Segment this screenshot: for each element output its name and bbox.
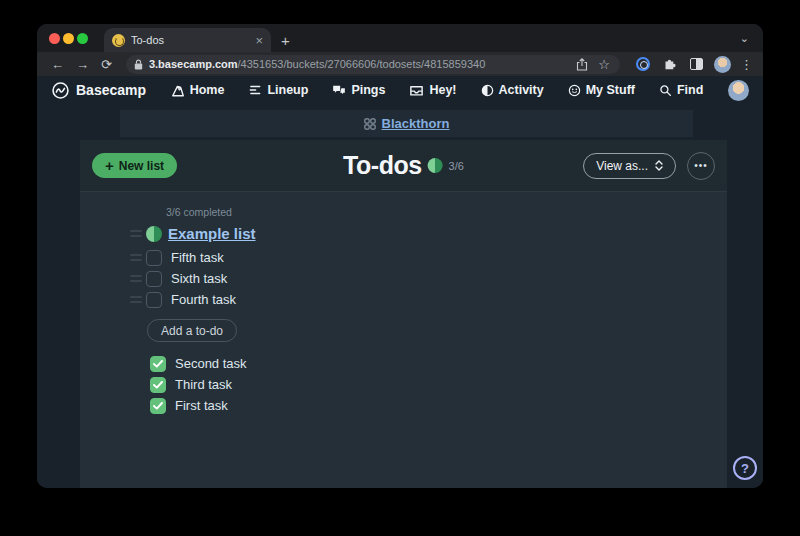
drag-handle-icon[interactable]	[130, 275, 146, 282]
completed-summary: 3/6 completed	[166, 206, 256, 218]
browser-menu-kebab-icon[interactable]: ⋮	[740, 57, 753, 72]
todo-checkbox[interactable]	[146, 271, 162, 287]
forward-icon[interactable]: →	[72, 58, 93, 71]
check-icon	[153, 360, 163, 368]
basecamp-navbar: Basecamp Home Lineup Pings Hey!	[37, 76, 763, 104]
basecamp-page: Basecamp Home Lineup Pings Hey!	[37, 76, 763, 488]
nav-item-activity[interactable]: Activity	[481, 83, 544, 97]
tab-strip: To-dos × + ⌄	[37, 24, 763, 52]
breadcrumb-project-label: Blackthorn	[382, 116, 450, 131]
basecamp-favicon-icon	[112, 34, 125, 47]
basecamp-logo-icon	[51, 81, 70, 100]
hey-icon	[409, 84, 424, 97]
extensions-area: ⋮	[630, 56, 753, 73]
brand-name: Basecamp	[76, 82, 146, 98]
url-path: /4351653/buckets/27066606/todosets/48158…	[238, 58, 486, 70]
new-list-label: New list	[119, 159, 164, 173]
todo-checkbox[interactable]	[146, 292, 162, 308]
minimize-window-button[interactable]	[63, 33, 74, 44]
todo-row-open: Fourth task	[130, 289, 256, 310]
share-icon[interactable]	[574, 58, 590, 71]
traffic-lights	[37, 33, 88, 52]
breadcrumb-project-link[interactable]: Blackthorn	[364, 116, 450, 131]
view-as-select[interactable]: View as...	[583, 153, 676, 179]
drag-handle-icon[interactable]	[130, 254, 146, 261]
url-domain: 3.basecamp.com	[149, 58, 238, 70]
back-icon[interactable]: ←	[47, 58, 68, 71]
view-as-label: View as...	[596, 159, 648, 173]
list-title-link[interactable]: Example list	[168, 225, 256, 242]
home-icon	[171, 84, 185, 97]
nav-menu: Home Lineup Pings Hey! Activity	[171, 83, 704, 97]
todo-label: Sixth task	[171, 271, 227, 286]
progress-count: 3/6	[449, 160, 464, 172]
todo-label: Fifth task	[171, 250, 224, 265]
activity-icon	[481, 84, 494, 97]
todo-label: Third task	[175, 377, 232, 392]
drag-handle-icon[interactable]	[130, 296, 146, 303]
drag-handle-icon[interactable]	[130, 230, 146, 237]
nav-item-home[interactable]: Home	[171, 83, 225, 97]
page-title: To-dos	[343, 151, 421, 180]
todo-row-open: Fifth task	[130, 247, 256, 268]
close-window-button[interactable]	[49, 33, 60, 44]
breadcrumb: Blackthorn	[120, 110, 693, 137]
nav-item-lineup[interactable]: Lineup	[248, 83, 308, 97]
add-todo-button[interactable]: Add a to-do	[147, 319, 237, 342]
reload-icon[interactable]: ⟳	[97, 58, 116, 71]
todo-row-done: Second task	[150, 353, 256, 374]
browser-window: To-dos × + ⌄ ← → ⟳ 3.basecamp.com/435165…	[37, 24, 763, 488]
plus-icon: +	[105, 158, 114, 173]
todo-checkbox[interactable]	[146, 250, 162, 266]
close-tab-icon[interactable]: ×	[255, 34, 263, 47]
todo-checkbox-checked[interactable]	[150, 377, 166, 393]
todo-label: First task	[175, 398, 228, 413]
title-group: To-dos 3/6	[343, 151, 464, 180]
address-bar[interactable]: 3.basecamp.com/4351653/buckets/27066606/…	[126, 55, 620, 74]
todo-label: Fourth task	[171, 292, 236, 307]
lineup-icon	[248, 84, 262, 96]
todos-panel: + New list To-dos 3/6 View as... •••	[80, 140, 727, 488]
nav-item-hey[interactable]: Hey!	[409, 83, 456, 97]
lock-icon	[134, 59, 143, 70]
todos-titlebar: + New list To-dos 3/6 View as... •••	[80, 140, 727, 192]
todo-row-done: Third task	[150, 374, 256, 395]
nav-item-find[interactable]: Find	[659, 83, 703, 97]
project-grid-icon	[364, 118, 376, 130]
side-panel-icon[interactable]	[688, 58, 705, 70]
new-list-button[interactable]: + New list	[92, 153, 177, 178]
more-options-button[interactable]: •••	[687, 152, 715, 180]
todo-checkbox-checked[interactable]	[150, 356, 166, 372]
list-progress-pie-icon	[146, 226, 162, 242]
new-tab-button[interactable]: +	[281, 32, 290, 49]
todo-row-done: First task	[150, 395, 256, 416]
list-header-row: Example list	[130, 222, 256, 245]
titlebar-controls: View as... •••	[583, 152, 715, 180]
basecamp-logo[interactable]: Basecamp	[51, 81, 146, 100]
todo-label: Second task	[175, 356, 247, 371]
browser-toolbar: ← → ⟳ 3.basecamp.com/4351653/buckets/270…	[37, 52, 763, 76]
updown-chevron-icon	[655, 160, 663, 171]
url-text: 3.basecamp.com/4351653/buckets/27066606/…	[149, 58, 568, 70]
progress-pie-icon	[428, 158, 443, 173]
tab-search-chevron-icon[interactable]: ⌄	[740, 32, 749, 45]
tab-title: To-dos	[131, 34, 249, 46]
nav-item-pings[interactable]: Pings	[332, 83, 385, 97]
check-icon	[153, 381, 163, 389]
extensions-puzzle-icon[interactable]	[661, 57, 679, 71]
browser-profile-avatar[interactable]	[714, 56, 731, 73]
onepassword-extension-icon[interactable]	[634, 57, 652, 71]
find-icon	[659, 84, 672, 97]
browser-tab[interactable]: To-dos ×	[104, 28, 271, 52]
todo-row-open: Sixth task	[130, 268, 256, 289]
help-button[interactable]: ?	[733, 456, 757, 480]
check-icon	[153, 402, 163, 410]
todo-checkbox-checked[interactable]	[150, 398, 166, 414]
basecamp-profile-avatar[interactable]	[728, 80, 749, 101]
bookmark-star-icon[interactable]: ☆	[596, 57, 612, 72]
my-stuff-icon	[568, 84, 581, 97]
pings-icon	[332, 84, 346, 97]
todo-list: 3/6 completed Example list Fifth task Si…	[130, 206, 256, 416]
zoom-window-button[interactable]	[77, 33, 88, 44]
nav-item-my-stuff[interactable]: My Stuff	[568, 83, 635, 97]
